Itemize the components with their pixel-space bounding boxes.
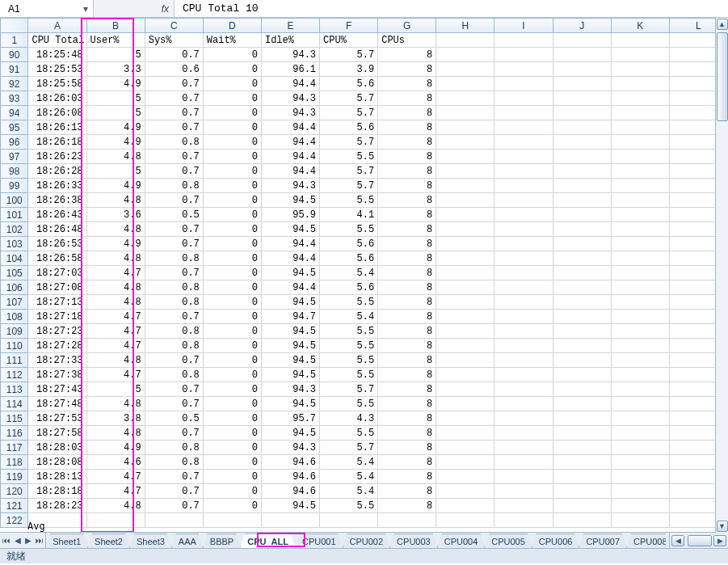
cell[interactable]: 18:26:13 [28, 120, 86, 135]
cell[interactable]: 0.7 [145, 106, 203, 120]
sheet-tab-bbbp[interactable]: BBBP [203, 533, 241, 548]
cell[interactable] [553, 455, 611, 470]
cell[interactable]: 8 [378, 470, 436, 484]
cell[interactable]: 5.7 [320, 91, 378, 106]
cell[interactable] [611, 179, 669, 193]
cell[interactable] [611, 368, 669, 382]
cell[interactable]: 0 [203, 266, 261, 280]
cell[interactable] [436, 106, 494, 120]
cell[interactable]: 4.8 [86, 193, 145, 208]
cell[interactable] [436, 295, 494, 310]
cell[interactable] [494, 411, 553, 426]
sheet-tab-cpu_all[interactable]: CPU_ALL [240, 533, 296, 548]
cell[interactable]: 8 [378, 339, 436, 353]
row-header[interactable]: 1 [1, 33, 28, 48]
cell[interactable]: 8 [378, 120, 436, 135]
cell[interactable] [553, 193, 611, 208]
cell[interactable]: 5.4 [320, 455, 378, 470]
cell[interactable]: 0.7 [145, 310, 203, 324]
cell[interactable] [261, 513, 319, 528]
cell[interactable]: 0.7 [145, 150, 203, 164]
cell[interactable]: 0 [203, 426, 261, 441]
cell[interactable]: 0 [203, 150, 261, 164]
row-header[interactable]: 122 [1, 513, 28, 528]
cell[interactable] [611, 193, 669, 208]
cell[interactable] [436, 455, 494, 470]
cell[interactable] [611, 48, 669, 62]
cell[interactable]: 0.8 [145, 179, 203, 193]
cell[interactable] [553, 280, 611, 295]
cell[interactable]: 4.9 [86, 135, 145, 150]
cell[interactable] [494, 237, 553, 251]
cell[interactable]: 18:26:58 [28, 251, 86, 266]
cell[interactable]: 0.8 [145, 339, 203, 353]
cell[interactable] [611, 353, 669, 368]
cell[interactable]: 0.7 [145, 353, 203, 368]
cell[interactable]: 0.5 [145, 411, 203, 426]
cell[interactable]: 4.8 [86, 251, 145, 266]
row-header[interactable]: 96 [1, 135, 28, 150]
row-header[interactable]: 120 [1, 484, 28, 499]
cell[interactable]: 4.7 [86, 310, 145, 324]
cell[interactable]: 0.8 [145, 251, 203, 266]
cell[interactable] [436, 266, 494, 280]
cell[interactable]: 8 [378, 368, 436, 382]
cell[interactable] [436, 48, 494, 62]
cell[interactable]: 3.9 [320, 62, 378, 77]
cell[interactable]: 8 [378, 266, 436, 280]
cell[interactable] [494, 62, 553, 77]
col-header-C[interactable]: C [145, 19, 203, 33]
cell[interactable] [553, 295, 611, 310]
hscroll-right-icon[interactable]: ▶ [713, 535, 726, 546]
row-header[interactable]: 119 [1, 470, 28, 484]
cell[interactable]: 8 [378, 135, 436, 150]
cell[interactable]: 8 [378, 280, 436, 295]
cell[interactable]: 5.7 [320, 106, 378, 120]
cell[interactable] [553, 353, 611, 368]
row-header[interactable]: 112 [1, 368, 28, 382]
cell[interactable] [494, 324, 553, 339]
cell[interactable]: 0.8 [145, 280, 203, 295]
cell[interactable]: 5.4 [320, 310, 378, 324]
cell[interactable]: 18:25:58 [28, 77, 86, 91]
cell[interactable]: 5.6 [320, 120, 378, 135]
sheet-tab-cpu006[interactable]: CPU006 [532, 533, 580, 548]
tab-nav-next-icon[interactable]: ▶ [25, 536, 32, 545]
cell[interactable] [436, 91, 494, 106]
cell[interactable]: Sys% [145, 33, 203, 48]
col-header-H[interactable]: H [436, 19, 494, 33]
cell[interactable] [436, 251, 494, 266]
col-header-A[interactable]: A [28, 19, 86, 33]
cell[interactable] [553, 324, 611, 339]
cell[interactable] [494, 222, 553, 237]
cell[interactable]: 8 [378, 455, 436, 470]
cell[interactable] [553, 208, 611, 222]
cell[interactable]: 4.7 [86, 339, 145, 353]
cell[interactable]: 0 [203, 470, 261, 484]
hscroll-left-icon[interactable]: ◀ [671, 535, 684, 546]
cell[interactable]: 0 [203, 353, 261, 368]
cell[interactable] [494, 48, 553, 62]
cell[interactable]: 18:26:03 [28, 91, 86, 106]
cell[interactable] [553, 382, 611, 397]
cell[interactable]: 95.7 [261, 411, 319, 426]
cell[interactable]: 4.7 [86, 484, 145, 499]
cell[interactable] [494, 135, 553, 150]
vscroll-up-icon[interactable]: ▲ [717, 19, 728, 30]
fx-label[interactable]: fx [94, 0, 175, 17]
cell[interactable]: 0.7 [145, 164, 203, 179]
cell[interactable] [145, 513, 203, 528]
cell[interactable] [553, 368, 611, 382]
cell[interactable]: 94.5 [261, 368, 319, 382]
cell[interactable] [611, 470, 669, 484]
row-header[interactable]: 106 [1, 280, 28, 295]
cell[interactable] [553, 499, 611, 513]
cell[interactable]: 18:27:58 [28, 426, 86, 441]
cell[interactable] [611, 280, 669, 295]
cell[interactable]: 3.8 [86, 411, 145, 426]
cell[interactable] [436, 208, 494, 222]
cell[interactable]: 94.5 [261, 339, 319, 353]
cell[interactable]: 5.6 [320, 251, 378, 266]
cell[interactable]: 4.8 [86, 295, 145, 310]
cell[interactable] [553, 266, 611, 280]
